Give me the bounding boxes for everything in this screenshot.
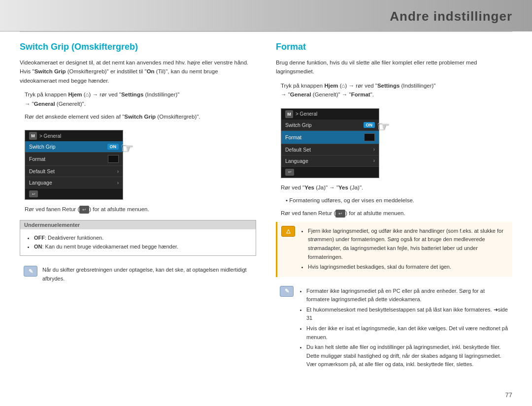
right-back-icon: ↩ — [285, 169, 294, 176]
note-text-left: Når du skifter grebsretningen under opta… — [42, 266, 252, 283]
submenu-item-on: ON: Kan du nemt bruge videokameraet med … — [34, 242, 250, 251]
menu-header: M > General — [25, 130, 123, 141]
retur-icon-left: ↩ — [79, 206, 89, 214]
right-menu-row-switchgrip[interactable]: Switch Grip ON — [281, 120, 379, 131]
warning-item-2: Hvis lagringsmediet beskadiges, skal du … — [308, 263, 508, 272]
submenu-item-off: OFF: Deaktiverer funktionen. — [34, 233, 250, 243]
warning-item-1: Fjern ikke lagringsmediet, og udfør ikke… — [308, 227, 508, 261]
page-header: Andre indstillinger — [0, 0, 532, 31]
menu-row-switchgrip[interactable]: Switch Grip ON — [25, 141, 123, 153]
right-menu-m-icon: M — [285, 110, 293, 118]
content-area: Switch Grip (Omskiftergreb) Videokamerae… — [0, 32, 532, 389]
right-instruction1: Tryk på knappen Hjem (⌂) → rør ved "Sett… — [276, 81, 512, 99]
submenu-list: OFF: Deaktiverer funktionen. ON: Kan du … — [26, 233, 250, 251]
left-instruction1: Tryk på knappen Hjem (⌂) → rør ved "Sett… — [20, 90, 256, 108]
note-item-2: Et hukommelseskort med beskyttelsestappe… — [306, 306, 508, 323]
right-menu-label-defaultset: Default Set — [285, 147, 311, 153]
menu-row-language[interactable]: Language › — [25, 177, 123, 188]
right-menu-mockup-wrapper: M > General Switch Grip ON Format Defaul… — [276, 103, 379, 183]
right-menu-back-row: ↩ — [281, 167, 379, 178]
menu-thumbnail-format — [108, 155, 119, 163]
menu-label-language: Language — [29, 180, 52, 186]
menu-label-switchgrip: Switch Grip — [29, 144, 56, 150]
right-menu-arrow-defaultset: › — [373, 147, 375, 152]
warning-box-right: △ Fjern ikke lagringsmediet, og udfør ik… — [276, 222, 512, 277]
left-column: Switch Grip (Omskiftergreb) Videokamerae… — [20, 42, 256, 379]
menu-arrow-language: › — [117, 180, 119, 186]
right-instruction3: Rør ved "Yes (Ja)" → "Yes (Ja)". — [276, 183, 512, 192]
menu-row-format[interactable]: Format — [25, 153, 123, 166]
right-instruction5: Rør ved fanen Retur (↩) for at afslutte … — [276, 209, 512, 218]
warning-text-right: Fjern ikke lagringsmediet, og udfør ikke… — [300, 226, 508, 273]
right-menu-header-label: > General — [296, 111, 317, 117]
right-intro-text: Brug denne funktion, hvis du vil slette … — [276, 58, 512, 76]
left-instruction3: Rør ved fanen Retur (↩) for at afslutte … — [20, 205, 256, 214]
menu-label-defaultset: Default Set — [29, 168, 55, 174]
menu-arrow-defaultset: › — [117, 169, 119, 174]
menu-toggle-on: ON — [107, 144, 119, 150]
right-menu-label-format: Format — [285, 134, 301, 140]
menu-header-label: > General — [39, 133, 61, 139]
right-instruction4: • Formatering udføres, og der vises en m… — [276, 196, 512, 205]
right-menu-row-defaultset[interactable]: Default Set › — [281, 144, 379, 156]
right-menu-header: M > General — [281, 109, 379, 120]
right-section-title: Format — [276, 42, 512, 52]
note-item-3: Hvis der ikke er isat et lagringsmedie, … — [306, 324, 508, 342]
note-box-left: ✎ Når du skifter grebsretningen under op… — [20, 262, 256, 287]
left-instruction2: Rør det ønskede element ved siden af "Sw… — [20, 112, 256, 121]
right-menu-row-format[interactable]: Format — [281, 131, 379, 144]
page-title: Andre indstillinger — [20, 9, 512, 24]
note-icon-left: ✎ — [24, 266, 37, 277]
note-icon-right: ✎ — [280, 286, 294, 297]
menu-row-defaultset[interactable]: Default Set › — [25, 166, 123, 177]
right-menu-toggle-on: ON — [364, 122, 375, 128]
left-section-title: Switch Grip (Omskiftergreb) — [20, 42, 256, 52]
left-menu-mockup: M > General Switch Grip ON Format Defaul… — [25, 130, 123, 200]
right-menu-label-language: Language — [285, 158, 308, 164]
right-menu-thumbnail-format — [364, 133, 375, 141]
menu-label-format: Format — [29, 156, 45, 162]
submenu-box: Undermenuelementer OFF: Deaktiverer funk… — [20, 220, 256, 256]
back-icon: ↩ — [29, 190, 38, 197]
page-container: Andre indstillinger Switch Grip (Omskift… — [0, 0, 532, 406]
right-menu-mockup: M > General Switch Grip ON Format Defaul… — [281, 108, 379, 178]
right-menu-row-language[interactable]: Language › — [281, 156, 379, 167]
note-box-right: ✎ Formater ikke lagringsmediet på en PC … — [276, 282, 512, 375]
page-number: 77 — [505, 391, 512, 399]
menu-m-icon: M — [29, 132, 37, 140]
menu-back-row: ↩ — [25, 188, 123, 199]
note-text-right: Formater ikke lagringsmediet på en PC el… — [299, 286, 508, 371]
left-menu-mockup-wrapper: M > General Switch Grip ON Format Defaul… — [20, 125, 123, 205]
left-intro-text: Videokameraet er designet til, at det ne… — [20, 58, 256, 85]
note-item-4: Du kan helt slette alle filer og indstil… — [306, 343, 508, 369]
warning-icon-right: △ — [281, 226, 295, 237]
submenu-box-title: Undermenuelementer — [20, 220, 256, 229]
right-menu-arrow-language: › — [373, 158, 375, 163]
right-menu-label-switchgrip: Switch Grip — [285, 122, 312, 128]
retur-icon-right: ↩ — [335, 210, 345, 218]
note-item-1: Formater ikke lagringsmediet på en PC el… — [306, 287, 508, 304]
right-column: Format Brug denne funktion, hvis du vil … — [276, 42, 512, 379]
